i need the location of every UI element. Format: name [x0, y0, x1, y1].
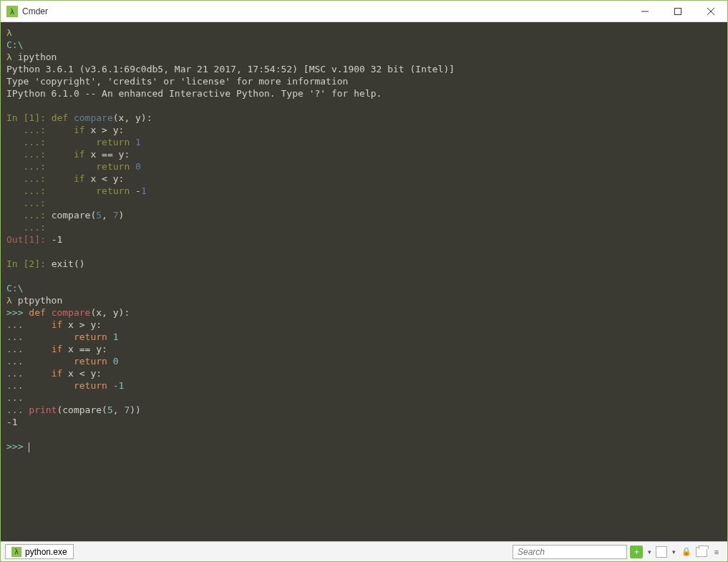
- statusbar: λ python.exe ＋ ▾ ▾ 🔒 ≡: [1, 541, 727, 561]
- prompt-lambda: λ: [6, 27, 12, 38]
- app-window: λ Cmder λ C:\ λ ipython Python 3.6.1 (v3…: [0, 0, 728, 562]
- tabs-overview-icon[interactable]: [696, 547, 707, 557]
- close-button[interactable]: [694, 1, 727, 22]
- window-title: Cmder: [22, 6, 628, 16]
- ipython-in-2: In [2]:: [6, 258, 52, 269]
- window-mode-button[interactable]: [656, 546, 667, 558]
- titlebar[interactable]: λ Cmder: [1, 1, 727, 22]
- new-tab-button[interactable]: ＋: [630, 546, 643, 558]
- lambda-icon: λ: [11, 547, 21, 557]
- maximize-button[interactable]: [661, 1, 694, 22]
- ipython-out-1: Out[1]:: [6, 234, 52, 245]
- tab-label: python.exe: [25, 547, 67, 557]
- window-controls: [628, 1, 727, 22]
- hamburger-menu-icon[interactable]: ≡: [710, 546, 723, 558]
- cwd-path: C:\: [6, 39, 23, 50]
- svg-rect-0: [675, 8, 681, 14]
- ipython-in-1: In [1]:: [6, 112, 52, 123]
- ptpython-prompt: >>>: [6, 441, 29, 452]
- new-tab-dropdown[interactable]: ▾: [646, 546, 653, 558]
- app-icon: λ: [6, 6, 18, 17]
- window-mode-dropdown[interactable]: ▾: [670, 546, 677, 558]
- search-input[interactable]: [513, 545, 627, 559]
- terminal-output[interactable]: λ C:\ λ ipython Python 3.6.1 (v3.6.1:69c…: [1, 22, 727, 541]
- console-tab[interactable]: λ python.exe: [5, 544, 74, 559]
- lock-icon[interactable]: 🔒: [680, 546, 693, 558]
- minimize-button[interactable]: [628, 1, 661, 22]
- cursor-icon: [29, 442, 29, 452]
